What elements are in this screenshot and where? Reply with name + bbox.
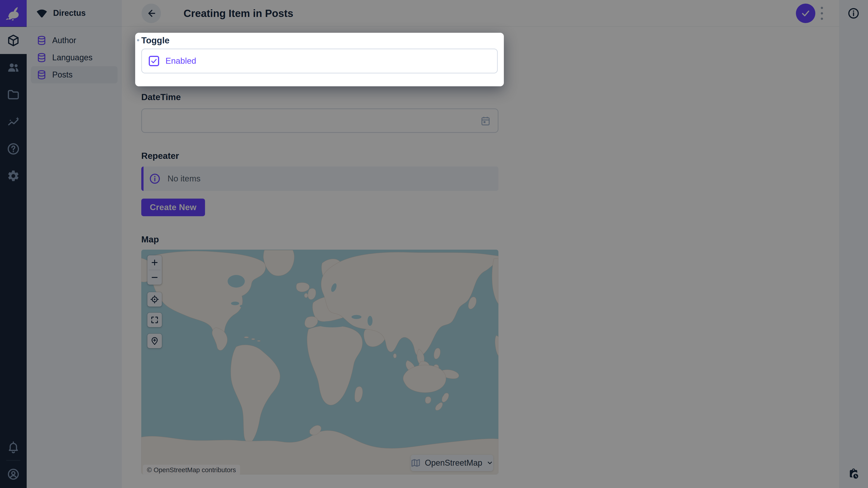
toggle-field-label: Toggle [141,35,169,45]
enabled-checkbox[interactable] [149,56,159,66]
toggle-field-card: Toggle Enabled [135,33,504,86]
enabled-checkbox-label: Enabled [165,56,196,66]
app-screen: Directus Author Languages Posts [0,0,868,488]
edited-indicator-dot [137,39,139,41]
checkmark-icon [150,57,158,65]
toggle-input[interactable]: Enabled [141,48,498,73]
